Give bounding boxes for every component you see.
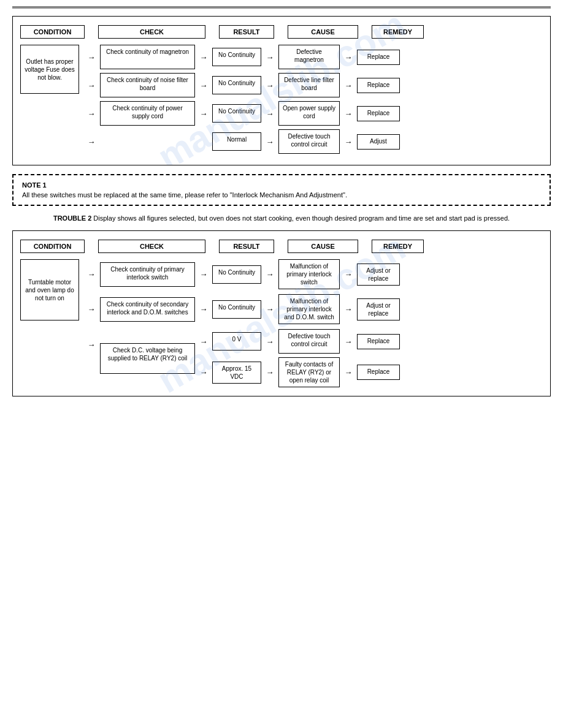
check-box-1-d1: Check continuity of magnetron: [100, 45, 195, 69]
trouble2-label: TROUBLE 2: [53, 214, 91, 222]
header-condition-d2: CONDITION: [20, 240, 85, 253]
header-remedy-d1: REMEDY: [372, 25, 424, 39]
arrow-d2-3: →: [85, 329, 98, 349]
remedy-box-1-d2: Adjust or replace: [357, 264, 400, 286]
arrow-4c: →: [263, 137, 277, 146]
arrow-1: →: [85, 53, 98, 62]
arrow-4: →: [85, 137, 98, 146]
arrow-1c: →: [263, 53, 277, 62]
header-result-d1: RESULT: [219, 25, 274, 39]
header-remedy-d2: REMEDY: [372, 240, 424, 253]
check-box-2-d1: Check continuity of noise filter board: [100, 73, 195, 97]
arrow-d2-1b: →: [197, 270, 210, 279]
remedy-box-3-d1: Replace: [357, 106, 400, 121]
header-check-d2: CHECK: [98, 240, 205, 253]
result-box-3b-d2: Approx. 15 VDC: [212, 362, 261, 384]
arrow-d2-1c: →: [263, 270, 277, 279]
check-box-2-d2: Check continuity of secondary interlock …: [100, 297, 195, 322]
note-box: NOTE 1 All these switches must be replac…: [12, 174, 551, 206]
arrow-2b: →: [197, 81, 210, 90]
arrow-3: →: [85, 109, 98, 118]
remedy-box-1-d1: Replace: [357, 50, 400, 65]
arrow-d2-3g: →: [342, 368, 355, 377]
arrow-d2-3c: →: [263, 337, 277, 346]
arrow-d2-1d: →: [342, 270, 355, 279]
header-condition-d1: CONDITION: [20, 25, 85, 39]
cause-box-3b-d2: Faulty contacts of RELAY (RY2) or open r…: [278, 357, 340, 387]
arrow-d2-3d: →: [342, 337, 355, 346]
result-box-3-d1: No Continuity: [212, 104, 261, 123]
diagram1: manualslib.com CONDITION CHECK RESULT CA…: [12, 16, 551, 165]
header-result-d2: RESULT: [219, 240, 274, 253]
cause-box-3a-d2: Defective touch control circuit: [278, 329, 340, 354]
cause-box-4-d1: Defective touch control circuit: [278, 129, 340, 154]
result-box-2-d2: No Continuity: [212, 300, 261, 319]
arrow-4d: →: [342, 137, 355, 146]
trouble2-desc: TROUBLE 2 Display shows all figures sele…: [12, 214, 551, 222]
arrow-2c: →: [263, 81, 277, 90]
remedy-box-4-d1: Adjust: [357, 134, 400, 150]
check-box-3-d1: Check continuity of power supply cord: [100, 101, 195, 126]
cause-box-1-d2: Malfunction of primary interlock switch: [278, 259, 340, 289]
header-check-d1: CHECK: [98, 25, 205, 39]
cause-box-2-d2: Malfunction of primary interlock and D.O…: [278, 294, 340, 324]
arrow-1b: →: [197, 53, 210, 62]
arrow-3c: →: [263, 109, 277, 118]
note-title: NOTE 1: [22, 181, 541, 189]
arrow-d2-1: →: [85, 270, 98, 279]
arrow-3d: →: [342, 109, 355, 118]
arrow-2: →: [85, 81, 98, 90]
condition-box-d1: Outlet has proper voltage Fuse does not …: [20, 45, 79, 94]
arrow-d2-3b: →: [197, 337, 210, 346]
cause-box-3-d1: Open power supply cord: [278, 101, 340, 126]
arrow-2d: →: [342, 81, 355, 90]
arrow-3b: →: [197, 109, 210, 118]
arrow-d2-2c: →: [263, 305, 277, 314]
remedy-box-3a-d2: Replace: [357, 334, 400, 349]
header-cause-d2: CAUSE: [288, 240, 358, 253]
top-rule: [12, 6, 551, 9]
cause-box-2-d1: Defective line filter board: [278, 73, 340, 97]
arrow-d2-2: →: [85, 305, 98, 314]
result-box-1-d2: No Continuity: [212, 265, 261, 284]
arrow-d2-2d: →: [342, 305, 355, 314]
remedy-box-2-d2: Adjust or replace: [357, 298, 400, 320]
result-box-4-d1: Normal: [212, 132, 261, 151]
condition-box-d2: Turntable motor and oven lamp do not tur…: [20, 259, 79, 320]
diagram2: manualslib.com CONDITION CHECK RESULT CA…: [12, 230, 551, 396]
result-box-3a-d2: 0 V: [212, 332, 261, 351]
remedy-box-3b-d2: Replace: [357, 365, 400, 380]
arrow-1d: →: [342, 53, 355, 62]
header-cause-d1: CAUSE: [288, 25, 358, 39]
remedy-box-2-d1: Replace: [357, 78, 400, 93]
result-box-1-d1: No Continuity: [212, 48, 261, 66]
check-box-1-d2: Check continuity of primary interlock sw…: [100, 262, 195, 287]
trouble2-text: Display shows all figures selected, but …: [93, 214, 510, 222]
cause-box-1-d1: Defective magnetron: [278, 45, 340, 69]
result-box-2-d1: No Continuity: [212, 76, 261, 94]
arrow-d2-3e: →: [197, 368, 210, 377]
note-text: All these switches must be replaced at t…: [22, 191, 541, 199]
check-box-3-d2: Check D.C. voltage being supplied to REL…: [100, 343, 195, 374]
arrow-d2-3f: →: [263, 368, 277, 377]
arrow-d2-2b: →: [197, 305, 210, 314]
